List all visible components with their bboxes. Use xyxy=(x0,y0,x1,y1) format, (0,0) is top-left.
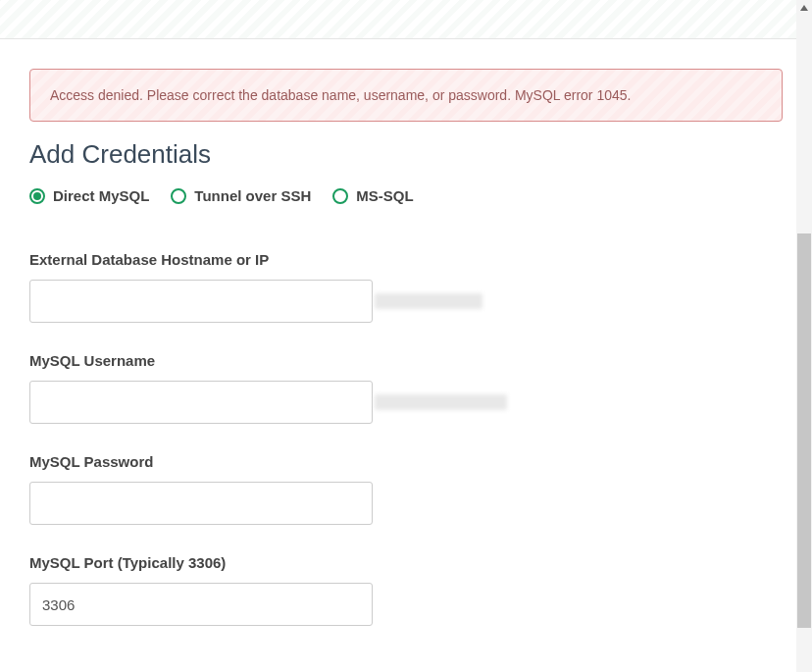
main-content: Access denied. Please correct the databa… xyxy=(0,39,812,672)
scrollbar-track[interactable] xyxy=(796,0,812,672)
field-username: MySQL Username xyxy=(29,352,783,424)
radio-icon xyxy=(171,188,186,204)
password-label: MySQL Password xyxy=(29,453,783,470)
scrollbar-thumb[interactable] xyxy=(797,233,811,628)
field-password: MySQL Password xyxy=(29,453,783,525)
error-alert: Access denied. Please correct the databa… xyxy=(29,69,783,122)
username-input[interactable] xyxy=(29,381,373,424)
username-label: MySQL Username xyxy=(29,352,783,369)
radio-tunnel-ssh[interactable]: Tunnel over SSH xyxy=(171,187,311,204)
hostname-label: External Database Hostname or IP xyxy=(29,251,783,268)
page-title: Add Credentials xyxy=(29,139,783,170)
port-input[interactable] xyxy=(29,583,373,626)
port-label: MySQL Port (Typically 3306) xyxy=(29,554,783,571)
error-message: Access denied. Please correct the databa… xyxy=(50,87,631,103)
radio-direct-mysql[interactable]: Direct MySQL xyxy=(29,187,149,204)
hostname-input[interactable] xyxy=(29,280,373,323)
redacted-overlay xyxy=(375,293,482,309)
radio-label: MS-SQL xyxy=(356,187,413,204)
radio-icon xyxy=(332,188,348,204)
radio-icon xyxy=(29,188,45,204)
header-stripe xyxy=(0,0,812,39)
radio-label: Tunnel over SSH xyxy=(194,187,311,204)
field-port: MySQL Port (Typically 3306) xyxy=(29,554,783,626)
scrollbar-up-icon[interactable] xyxy=(796,0,812,16)
redacted-overlay xyxy=(375,394,507,410)
field-hostname: External Database Hostname or IP xyxy=(29,251,783,323)
password-input[interactable] xyxy=(29,482,373,525)
radio-mssql[interactable]: MS-SQL xyxy=(332,187,413,204)
radio-label: Direct MySQL xyxy=(53,187,149,204)
connection-type-radio-group: Direct MySQL Tunnel over SSH MS-SQL xyxy=(29,187,783,204)
